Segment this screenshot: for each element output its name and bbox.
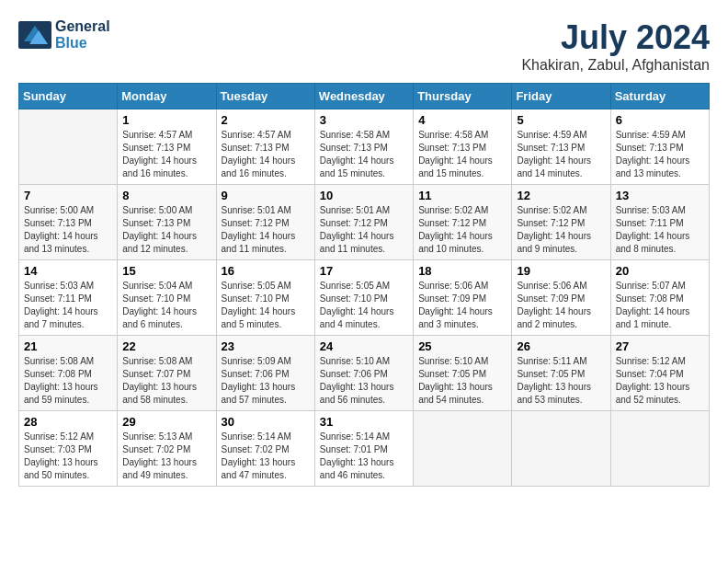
daylight-hours: Daylight: 14 hours and 16 minutes. [222, 155, 310, 180]
daylight-hours: Daylight: 13 hours and 53 minutes. [517, 381, 605, 407]
day-info: Sunrise: 5:05 AMSunset: 7:10 PMDaylight:… [320, 280, 408, 331]
day-info: Sunrise: 4:58 AMSunset: 7:13 PMDaylight:… [320, 129, 408, 180]
sunset-time: Sunset: 7:12 PM [418, 217, 506, 230]
day-info: Sunrise: 5:12 AMSunset: 7:04 PMDaylight:… [616, 355, 704, 407]
daylight-hours: Daylight: 14 hours and 15 minutes. [320, 155, 408, 180]
day-info: Sunrise: 4:57 AMSunset: 7:13 PMDaylight:… [222, 129, 310, 180]
day-cell: 21Sunrise: 5:08 AMSunset: 7:08 PMDayligh… [19, 336, 118, 411]
day-cell: 6Sunrise: 4:59 AMSunset: 7:13 PMDaylight… [610, 109, 709, 185]
daylight-hours: Daylight: 13 hours and 58 minutes. [122, 381, 210, 407]
col-thursday: Thursday [414, 84, 512, 109]
day-info: Sunrise: 5:02 AMSunset: 7:12 PMDaylight:… [517, 204, 605, 256]
daylight-hours: Daylight: 14 hours and 5 minutes. [222, 305, 310, 331]
day-cell: 3Sunrise: 4:58 AMSunset: 7:13 PMDaylight… [314, 109, 413, 185]
day-info: Sunrise: 4:57 AMSunset: 7:13 PMDaylight:… [122, 129, 210, 180]
day-cell: 11Sunrise: 5:02 AMSunset: 7:12 PMDayligh… [414, 185, 512, 260]
day-info: Sunrise: 5:06 AMSunset: 7:09 PMDaylight:… [418, 280, 506, 331]
day-cell: 29Sunrise: 5:13 AMSunset: 7:02 PMDayligh… [118, 411, 216, 487]
day-number: 21 [24, 339, 112, 353]
daylight-hours: Daylight: 13 hours and 46 minutes. [320, 456, 408, 482]
day-cell: 7Sunrise: 5:00 AMSunset: 7:13 PMDaylight… [19, 185, 118, 260]
day-number: 16 [222, 264, 310, 278]
day-cell: 30Sunrise: 5:14 AMSunset: 7:02 PMDayligh… [216, 411, 314, 487]
daylight-hours: Daylight: 14 hours and 3 minutes. [418, 305, 506, 331]
daylight-hours: Daylight: 13 hours and 54 minutes. [418, 381, 506, 407]
daylight-hours: Daylight: 14 hours and 6 minutes. [122, 305, 210, 331]
sunrise-time: Sunrise: 5:02 AM [418, 204, 506, 217]
day-number: 15 [122, 264, 210, 278]
day-number: 27 [616, 339, 704, 353]
sunset-time: Sunset: 7:01 PM [320, 443, 408, 456]
sunset-time: Sunset: 7:09 PM [517, 293, 605, 305]
day-cell: 24Sunrise: 5:10 AMSunset: 7:06 PMDayligh… [314, 336, 413, 411]
sunrise-time: Sunrise: 4:59 AM [616, 129, 704, 142]
daylight-hours: Daylight: 14 hours and 11 minutes. [320, 230, 408, 256]
day-info: Sunrise: 5:00 AMSunset: 7:13 PMDaylight:… [122, 204, 210, 256]
sunset-time: Sunset: 7:10 PM [122, 293, 210, 305]
day-number: 9 [222, 189, 310, 202]
day-info: Sunrise: 5:00 AMSunset: 7:13 PMDaylight:… [24, 204, 112, 256]
header-row: Sunday Monday Tuesday Wednesday Thursday… [19, 84, 710, 109]
day-cell: 19Sunrise: 5:06 AMSunset: 7:09 PMDayligh… [512, 260, 610, 336]
day-cell: 20Sunrise: 5:07 AMSunset: 7:08 PMDayligh… [610, 260, 709, 336]
sunset-time: Sunset: 7:10 PM [320, 293, 408, 305]
sunset-time: Sunset: 7:13 PM [517, 142, 605, 155]
sunrise-time: Sunrise: 5:06 AM [517, 280, 605, 293]
sunset-time: Sunset: 7:08 PM [24, 368, 112, 381]
sunrise-time: Sunrise: 5:03 AM [616, 204, 704, 217]
sunset-time: Sunset: 7:03 PM [24, 443, 112, 456]
day-cell: 28Sunrise: 5:12 AMSunset: 7:03 PMDayligh… [19, 411, 118, 487]
day-cell: 5Sunrise: 4:59 AMSunset: 7:13 PMDaylight… [512, 109, 610, 185]
day-cell: 1Sunrise: 4:57 AMSunset: 7:13 PMDaylight… [118, 109, 216, 185]
daylight-hours: Daylight: 14 hours and 12 minutes. [122, 230, 210, 256]
day-number: 13 [616, 189, 704, 202]
day-info: Sunrise: 5:01 AMSunset: 7:12 PMDaylight:… [222, 204, 310, 256]
day-number: 20 [616, 264, 704, 278]
day-cell: 22Sunrise: 5:08 AMSunset: 7:07 PMDayligh… [118, 336, 216, 411]
week-row-5: 28Sunrise: 5:12 AMSunset: 7:03 PMDayligh… [19, 411, 710, 487]
day-info: Sunrise: 5:14 AMSunset: 7:02 PMDaylight:… [222, 431, 310, 482]
day-number: 19 [517, 264, 605, 278]
day-number: 23 [222, 339, 310, 353]
day-number: 25 [418, 339, 506, 353]
sunset-time: Sunset: 7:13 PM [122, 217, 210, 230]
daylight-hours: Daylight: 13 hours and 50 minutes. [24, 456, 112, 482]
day-info: Sunrise: 5:10 AMSunset: 7:05 PMDaylight:… [418, 355, 506, 407]
day-number: 8 [122, 189, 210, 202]
day-number: 30 [222, 415, 310, 429]
day-cell: 8Sunrise: 5:00 AMSunset: 7:13 PMDaylight… [118, 185, 216, 260]
daylight-hours: Daylight: 14 hours and 8 minutes. [616, 230, 704, 256]
sunrise-time: Sunrise: 5:00 AM [122, 204, 210, 217]
day-info: Sunrise: 5:08 AMSunset: 7:07 PMDaylight:… [122, 355, 210, 407]
day-info: Sunrise: 5:10 AMSunset: 7:06 PMDaylight:… [320, 355, 408, 407]
sunrise-time: Sunrise: 5:01 AM [222, 204, 310, 217]
daylight-hours: Daylight: 14 hours and 4 minutes. [320, 305, 408, 331]
daylight-hours: Daylight: 13 hours and 57 minutes. [222, 381, 310, 407]
sunrise-time: Sunrise: 5:14 AM [222, 431, 310, 443]
daylight-hours: Daylight: 14 hours and 15 minutes. [418, 155, 506, 180]
day-number: 5 [517, 113, 605, 127]
day-info: Sunrise: 5:03 AMSunset: 7:11 PMDaylight:… [24, 280, 112, 331]
day-info: Sunrise: 5:01 AMSunset: 7:12 PMDaylight:… [320, 204, 408, 256]
sunset-time: Sunset: 7:13 PM [24, 217, 112, 230]
sunset-time: Sunset: 7:12 PM [222, 217, 310, 230]
daylight-hours: Daylight: 14 hours and 9 minutes. [517, 230, 605, 256]
day-cell: 25Sunrise: 5:10 AMSunset: 7:05 PMDayligh… [414, 336, 512, 411]
sunrise-time: Sunrise: 5:05 AM [320, 280, 408, 293]
daylight-hours: Daylight: 14 hours and 7 minutes. [24, 305, 112, 331]
day-cell: 17Sunrise: 5:05 AMSunset: 7:10 PMDayligh… [314, 260, 413, 336]
day-number: 1 [122, 113, 210, 127]
sunset-time: Sunset: 7:12 PM [517, 217, 605, 230]
week-row-1: 1Sunrise: 4:57 AMSunset: 7:13 PMDaylight… [19, 109, 710, 185]
day-number: 29 [122, 415, 210, 429]
day-info: Sunrise: 5:02 AMSunset: 7:12 PMDaylight:… [418, 204, 506, 256]
daylight-hours: Daylight: 14 hours and 11 minutes. [222, 230, 310, 256]
title-area: July 2024 Khakiran, Zabul, Afghanistan [521, 18, 710, 74]
daylight-hours: Daylight: 13 hours and 59 minutes. [24, 381, 112, 407]
day-number: 12 [517, 189, 605, 202]
day-cell: 9Sunrise: 5:01 AMSunset: 7:12 PMDaylight… [216, 185, 314, 260]
day-info: Sunrise: 5:12 AMSunset: 7:03 PMDaylight:… [24, 431, 112, 482]
sunrise-time: Sunrise: 5:08 AM [122, 355, 210, 368]
daylight-hours: Daylight: 14 hours and 14 minutes. [517, 155, 605, 180]
logo-icon [18, 21, 51, 49]
